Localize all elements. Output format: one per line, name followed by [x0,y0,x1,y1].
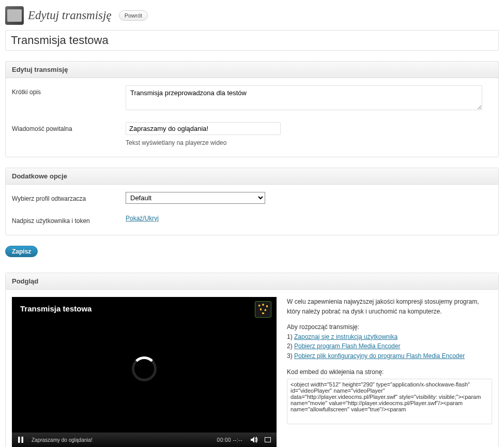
player-logo-icon [255,301,271,318]
welcome-help: Tekst wyświetlany na playerze wideo [126,139,492,146]
player-welcome-text: Zapraszamy do oglądania! [27,437,212,443]
profile-label: Wybierz profil odtwarzacza [12,192,126,202]
edit-panel-heading: Edytuj transmisję [6,62,498,78]
welcome-input[interactable] [126,122,281,135]
page-header: Edytuj transmisję Powrót [5,0,499,30]
svg-rect-1 [22,437,24,443]
svg-rect-0 [18,437,20,443]
title-field-wrap [5,30,499,51]
steps-intro: Aby rozpocząć transmisję: [287,322,492,332]
options-panel-heading: Dodatkowe opcje [6,168,498,185]
loading-spinner-icon [132,356,157,381]
svg-rect-3 [265,437,271,442]
info-paragraph: W celu zapewnienia najwyższej jakości ko… [287,297,492,316]
video-player[interactable]: Transmisja testowa Zapraszamy do oglądan… [12,297,277,447]
step-2-link[interactable]: Pobierz program Flash Media Encoder [294,342,400,350]
film-icon [5,6,24,25]
pause-button[interactable] [14,434,27,445]
page-title: Edytuj transmisję [28,9,112,22]
welcome-label: Wiadomość powitalna [12,122,126,132]
step-1-link[interactable]: Zapoznaj się z instrukcją użytkownika [294,333,398,340]
override-label: Nadpisz użytkownika i token [12,214,126,225]
embed-code-textarea[interactable]: <object width="512" height="290" type="a… [287,379,492,424]
svg-marker-2 [251,437,254,443]
steps-list: 1) Zapoznaj się z instrukcją użytkownika… [287,332,492,361]
player-title: Transmisja testowa [20,304,91,313]
options-panel: Dodatkowe opcje Wybierz profil odtwarzac… [5,168,499,235]
fullscreen-button[interactable] [261,434,274,445]
info-panel: W celu zapewnienia najwyższej jakości ko… [287,297,492,447]
toggle-link[interactable]: Pokaż/Ukryj [126,215,159,222]
step-3-link[interactable]: Pobierz plik konfiguracyjny do programu … [294,352,465,360]
short-desc-textarea[interactable]: Transmisja przeprowadzona dla testów [126,85,482,110]
preview-panel-heading: Podgląd [6,273,498,290]
embed-label: Kod embed do wklejenia na stronę: [287,367,492,377]
save-button[interactable]: Zapisz [5,246,38,257]
profile-select[interactable]: Default [126,192,265,204]
player-time: 00:00 --:-- [212,437,248,443]
short-desc-label: Krótki opis [12,85,126,96]
return-button[interactable]: Powrót [119,10,148,21]
volume-button[interactable] [248,434,261,445]
player-controls: Zapraszamy do oglądania! 00:00 --:-- [12,433,277,447]
edit-panel: Edytuj transmisję Krótki opis Transmisja… [5,61,499,157]
transmission-title-input[interactable] [5,30,499,51]
preview-panel: Podgląd Transmisja testowa Zapraszamy do… [5,273,499,447]
